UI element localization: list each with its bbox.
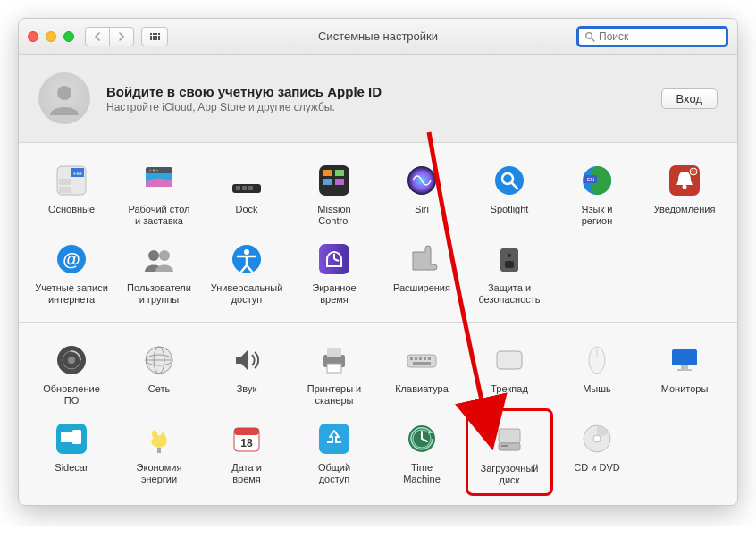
avatar: [38, 72, 90, 124]
pref-cddvd[interactable]: CD и DVD: [553, 414, 641, 496]
spotlight-icon: [490, 161, 529, 200]
pref-datetime[interactable]: 18Дата и время: [203, 414, 290, 496]
pref-label: CD и DVD: [574, 462, 619, 474]
pref-accessibility[interactable]: Универсальный доступ: [203, 234, 290, 313]
pref-label: Клавиатура: [395, 383, 449, 395]
svg-rect-21: [335, 179, 344, 185]
zoom-button[interactable]: [63, 31, 74, 42]
svg-rect-20: [323, 179, 332, 185]
pref-update[interactable]: Обновление ПО: [28, 335, 115, 414]
svg-rect-16: [248, 186, 253, 190]
pref-siri[interactable]: Siri: [378, 155, 466, 234]
minimize-button[interactable]: [46, 31, 56, 42]
security-icon: [490, 239, 529, 279]
energy-icon: [139, 419, 179, 458]
pref-sidecar[interactable]: Sidecar: [28, 414, 115, 496]
pref-label: Экранное время: [312, 282, 356, 306]
pref-timemachine[interactable]: Time Machine: [378, 414, 466, 496]
desktop-icon: [139, 161, 179, 200]
pref-printers[interactable]: Принтеры и сканеры: [290, 335, 378, 414]
svg-rect-79: [501, 445, 508, 447]
svg-rect-60: [413, 362, 431, 365]
svg-point-81: [593, 435, 601, 442]
pref-dock[interactable]: Dock: [203, 155, 290, 234]
svg-rect-70: [157, 448, 161, 453]
siri-icon: [402, 161, 441, 200]
notifications-icon: [665, 161, 704, 200]
pref-startup[interactable]: Загрузочный диск: [466, 408, 553, 496]
pref-users[interactable]: Пользователи и группы: [115, 234, 203, 313]
displays-icon: [665, 340, 704, 380]
pref-label: Защита и безопасность: [478, 282, 540, 306]
screentime-icon: [315, 239, 354, 279]
pref-screentime[interactable]: Экранное время: [290, 234, 378, 313]
extensions-icon: [402, 239, 441, 279]
svg-line-1: [592, 38, 594, 40]
pref-internet[interactable]: @Учетные записи интернета: [28, 234, 115, 313]
sign-in-button[interactable]: Вход: [661, 88, 718, 109]
pref-language[interactable]: ENЯзык и регион: [553, 155, 641, 234]
svg-rect-59: [428, 357, 431, 360]
nav-buttons: [85, 27, 134, 46]
pref-label: Dock: [235, 204, 257, 215]
close-button[interactable]: [28, 31, 38, 42]
banner-heading: Войдите в свою учетную запись Apple ID: [106, 84, 382, 99]
users-icon: [139, 239, 179, 279]
svg-rect-74: [319, 424, 349, 454]
svg-rect-15: [242, 186, 247, 190]
svg-point-42: [508, 254, 511, 257]
svg-point-10: [149, 170, 151, 172]
svg-text:@: @: [63, 249, 80, 269]
pref-label: Пользователи и группы: [127, 282, 191, 306]
svg-rect-77: [499, 429, 520, 443]
pref-security[interactable]: Защита и безопасность: [466, 234, 553, 313]
svg-rect-65: [681, 365, 688, 369]
back-button[interactable]: [85, 27, 110, 46]
pref-trackpad[interactable]: Трекпад: [466, 335, 553, 414]
svg-rect-18: [323, 170, 332, 176]
pref-general[interactable]: FileОсновные: [28, 155, 115, 234]
svg-point-11: [153, 170, 155, 172]
pref-network[interactable]: Сеть: [115, 335, 203, 414]
pref-label: Time Machine: [403, 462, 441, 485]
pref-energy[interactable]: Экономия энергии: [115, 414, 203, 496]
printers-icon: [315, 340, 354, 380]
pref-displays[interactable]: Мониторы: [641, 335, 728, 414]
pref-spotlight[interactable]: Spotlight: [466, 155, 553, 234]
show-all-button[interactable]: [141, 27, 168, 46]
search-field[interactable]: [576, 26, 728, 47]
pref-mouse[interactable]: Мышь: [553, 335, 641, 414]
pref-mission[interactable]: Mission Control: [290, 155, 378, 234]
pref-keyboard[interactable]: Клавиатура: [378, 335, 466, 414]
svg-rect-14: [236, 186, 240, 190]
pref-sharing[interactable]: Общий доступ: [290, 414, 378, 496]
pref-label: Sidecar: [55, 462, 88, 474]
pref-desktop[interactable]: Рабочий стол и заставка: [115, 155, 203, 234]
svg-rect-55: [410, 357, 413, 360]
pref-label: Spotlight: [491, 204, 529, 215]
pref-sound[interactable]: Звук: [203, 335, 290, 414]
svg-point-31: [690, 168, 697, 175]
pref-label: Обновление ПО: [43, 383, 100, 407]
svg-rect-41: [500, 248, 518, 272]
svg-rect-64: [672, 349, 697, 365]
svg-point-12: [156, 170, 158, 172]
network-icon: [139, 340, 179, 380]
svg-rect-69: [72, 430, 81, 444]
pref-label: Принтеры и сканеры: [307, 383, 362, 407]
pref-label: Экономия энергии: [137, 462, 182, 485]
pref-notifications[interactable]: Уведомления: [641, 155, 728, 234]
forward-button[interactable]: [109, 27, 134, 46]
svg-text:EN: EN: [587, 177, 594, 182]
svg-rect-54: [407, 355, 436, 367]
pref-extensions[interactable]: Расширения: [378, 234, 466, 313]
update-icon: [52, 340, 91, 380]
pref-label: Мышь: [583, 383, 611, 395]
titlebar: Системные настройки: [19, 19, 737, 55]
startup-icon: [490, 420, 529, 459]
sharing-icon: [315, 419, 354, 458]
svg-point-2: [57, 86, 71, 100]
datetime-icon: 18: [227, 419, 266, 458]
search-input[interactable]: [599, 30, 733, 43]
keyboard-icon: [402, 340, 441, 380]
